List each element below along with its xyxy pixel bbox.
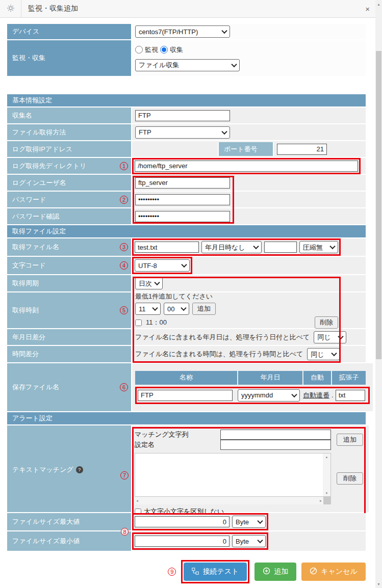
page-scrollbar[interactable]: ▲ ▼ <box>375 0 382 588</box>
listbox-scroll-right-icon[interactable]: ► <box>319 499 322 502</box>
acquisition-time-label: 取得時刻 <box>12 306 39 315</box>
matching-string-input[interactable] <box>220 430 331 440</box>
password-input[interactable] <box>135 194 230 205</box>
matching-delete-button[interactable]: 削除 <box>337 472 363 485</box>
file-method-select[interactable]: FTP <box>135 126 230 139</box>
close-icon[interactable]: × <box>365 5 370 13</box>
charcode-select-wrap: UTF-8 <box>135 259 190 272</box>
scrollbar-thumb[interactable] <box>376 51 381 359</box>
compression-select[interactable]: 圧縮無 <box>299 241 338 253</box>
listbox-scroll-left-icon[interactable]: ◄ <box>136 499 139 502</box>
charcode-row: 文字コード 4 UTF-8 <box>7 257 366 275</box>
listbox-scroll-up-icon[interactable]: ▲ <box>323 453 330 460</box>
annotation-8: 8 <box>121 528 129 536</box>
min-file-size-row: ファイルサイズ最小値 Byte <box>7 531 366 552</box>
help-icon[interactable]: ? <box>76 466 83 473</box>
annotation-3: 3 <box>120 243 128 251</box>
listbox-scroll-down-icon[interactable]: ▼ <box>323 490 330 496</box>
acquisition-time-row: 取得時刻 5 最低1件追加してください 11 00 追加 <box>7 292 366 329</box>
log-directory-input[interactable] <box>135 161 358 172</box>
time-entry-checkbox[interactable] <box>135 319 142 326</box>
max-file-size-row: ファイルサイズ最大値 8 Byte <box>7 513 366 531</box>
listbox-vertical-scrollbar[interactable]: ▲ ▼ <box>323 453 330 496</box>
hour-select[interactable]: 11 <box>135 303 161 315</box>
annotation-box-9: 接続テスト <box>181 560 249 583</box>
time-diff-select[interactable]: 同じ <box>307 348 340 360</box>
annotation-1: 1 <box>120 162 128 170</box>
compression-select-wrap: 圧縮無 <box>299 241 338 253</box>
min-file-size-input[interactable] <box>135 536 230 547</box>
log-directory-label: ログ取得先ディレクトリ <box>12 162 86 171</box>
minute-select-wrap: 00 <box>164 303 189 315</box>
cycle-select[interactable]: 日次 <box>135 277 163 289</box>
ip-address-row: ログ取得IPアドレス ポート番号 <box>7 141 366 158</box>
save-date-select[interactable]: yyyymmdd <box>238 389 300 402</box>
acquisition-table: 取得ファイル設定 取得ファイル名 3 年月日時なし 圧縮無 <box>7 225 366 412</box>
collect-type-row: 監視・収集 監視 収集 ファイル収集 <box>7 40 366 77</box>
collect-radio[interactable] <box>160 46 168 54</box>
setting-name-input[interactable] <box>220 440 331 450</box>
max-file-size-label: ファイルサイズ最大値 <box>12 517 80 526</box>
minute-select[interactable]: 00 <box>164 303 189 315</box>
login-user-input[interactable] <box>135 177 230 189</box>
extension-input[interactable] <box>336 390 365 401</box>
monitor-radio[interactable] <box>135 46 143 54</box>
password-label: パスワード <box>12 195 46 204</box>
matching-string-label: マッチング文字列 <box>135 430 220 439</box>
listbox-horizontal-scrollbar[interactable]: ◄ ► <box>135 497 323 504</box>
time-add-button[interactable]: 追加 <box>192 303 216 315</box>
date-diff-select[interactable]: 同じ <box>314 331 346 343</box>
matching-add-button[interactable]: 追加 <box>337 434 363 446</box>
text-matching-label: テキストマッチング <box>12 465 73 474</box>
collect-type-select[interactable]: ファイル収集 <box>135 59 240 71</box>
save-col-ext: 拡張子 <box>332 371 366 385</box>
charcode-select[interactable]: UTF-8 <box>135 259 190 272</box>
save-name-input[interactable] <box>138 390 233 401</box>
save-col-date: 年月日 <box>238 371 302 385</box>
time-delete-button[interactable]: 削除 <box>315 316 338 329</box>
save-name-table-header: 名称 年月日 自動 拡張子 <box>135 371 366 385</box>
date-diff-label: 年月日差分 <box>12 333 45 342</box>
time-diff-row: 時間差分 ファイル名に含まれる時間は、処理を行う時間と比べて 同じ <box>7 346 366 363</box>
file-name-label: 取得ファイル名 <box>12 243 59 252</box>
date-format-select[interactable]: 年月日時なし <box>201 241 262 253</box>
auto-number-link[interactable]: 自動連番 <box>303 391 329 400</box>
date-diff-row: 年月日差分 ファイル名に含まれる年月日は、処理を行う日付と比べて 同じ <box>7 329 366 346</box>
charcode-label: 文字コード <box>12 261 46 270</box>
annotation-box-3: 年月日時なし 圧縮無 <box>132 238 341 256</box>
alert-section-header: アラート設定 <box>7 412 366 425</box>
date-diff-select-wrap: 同じ <box>314 331 346 343</box>
min-unit-select[interactable]: Byte <box>232 535 266 547</box>
password-confirm-row: パスワード確認 <box>7 208 366 225</box>
footer-buttons: 9 接続テスト 追加 <box>7 560 366 583</box>
min-file-size-label: ファイルサイズ最小値 <box>12 537 80 546</box>
save-col-name: 名称 <box>135 371 237 385</box>
log-directory-row: ログ取得先ディレクトリ 1 <box>7 158 366 175</box>
collection-name-input[interactable] <box>135 110 230 121</box>
login-user-row: ログインユーザ名 <box>7 175 366 192</box>
ip-address-label: ログ取得IPアドレス <box>12 145 72 154</box>
file-method-select-wrap: FTP <box>135 126 230 139</box>
setting-name-label: 設定名 <box>135 440 220 449</box>
connection-test-button[interactable]: 接続テスト <box>184 563 247 581</box>
cancel-button[interactable]: キャンセル <box>301 563 366 581</box>
port-number-input[interactable] <box>277 144 327 155</box>
max-file-size-input[interactable] <box>135 516 230 527</box>
max-unit-select-wrap: Byte <box>232 516 266 528</box>
scroll-up-icon[interactable]: ▲ <box>375 1 382 8</box>
password-confirm-input[interactable] <box>135 211 230 222</box>
dialog-body: デバイス centos7(FTP/HTTP) 監視・収集 監視 収集 <box>7 24 366 583</box>
file-name-input[interactable] <box>135 242 199 253</box>
collect-type-select-wrap: ファイル収集 <box>135 59 240 71</box>
device-select-wrap: centos7(FTP/HTTP) <box>135 25 230 38</box>
add-button[interactable]: 追加 <box>254 563 296 581</box>
file-name-extra-input[interactable] <box>264 242 297 253</box>
alert-table: アラート設定 テキストマッチング ? 7 マッチング文字列 <box>7 412 366 552</box>
matching-listbox[interactable]: ▲ ▼ <box>135 453 331 497</box>
device-select[interactable]: centos7(FTP/HTTP) <box>135 25 230 38</box>
gear-icon <box>7 4 15 14</box>
scroll-down-icon[interactable]: ▼ <box>375 580 382 587</box>
annotation-6: 6 <box>120 383 128 391</box>
annotation-7: 7 <box>120 471 129 479</box>
max-unit-select[interactable]: Byte <box>232 516 266 528</box>
